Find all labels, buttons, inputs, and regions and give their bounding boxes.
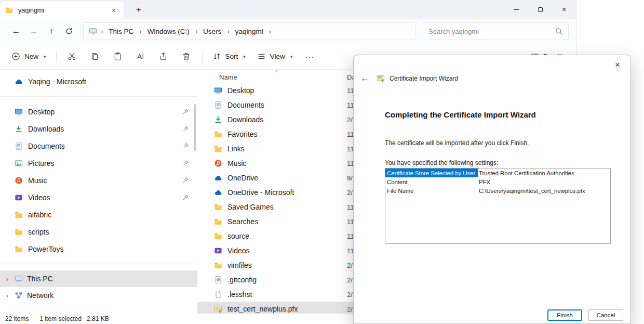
new-button[interactable]: New ▾ [6, 48, 51, 64]
new-button-label: New [24, 53, 38, 60]
close-button[interactable]: × [552, 0, 576, 19]
ellipsis-icon: ··· [305, 52, 314, 61]
tab-close-icon[interactable]: × [109, 6, 118, 15]
wizard-description: The certificate will be imported after y… [385, 139, 529, 147]
pin-icon [182, 125, 189, 132]
back-button[interactable]: ← [7, 22, 25, 40]
folder-icon [214, 130, 222, 138]
dialog-close-button[interactable]: × [611, 59, 624, 71]
column-header-name[interactable]: Name [197, 73, 347, 81]
view-button[interactable]: View ▾ [252, 48, 298, 64]
folder-icon [214, 145, 222, 153]
sidebar-item-label: PowerToys [28, 245, 63, 253]
cancel-button[interactable]: Cancel [588, 309, 623, 321]
chevron-right-icon[interactable]: › [4, 292, 10, 300]
folder-icon [214, 232, 222, 240]
delete-button[interactable] [176, 48, 197, 66]
sidebar-scrollbar[interactable] [194, 104, 196, 151]
sidebar-item-music[interactable]: Music [0, 172, 197, 189]
settings-value: PFX [478, 179, 490, 185]
view-icon [257, 52, 266, 61]
file-date-modified: 2/ [347, 262, 353, 269]
minimize-button[interactable] [504, 0, 528, 19]
refresh-button[interactable] [60, 22, 78, 40]
paste-button[interactable] [107, 48, 129, 66]
folder-icon [15, 228, 23, 236]
videos-icon [15, 193, 23, 202]
pictures-icon [15, 159, 23, 167]
sidebar-item-aifabric[interactable]: aifabric [0, 206, 197, 223]
sidebar-item-powertoys[interactable]: PowerToys [0, 240, 197, 257]
chevron-down-icon: ▾ [243, 54, 246, 59]
folder-icon [5, 6, 13, 14]
sort-ascending-icon: ^ [275, 70, 277, 75]
cut-button[interactable] [61, 48, 83, 66]
tab-yaqingmi[interactable]: yaqingmi × [0, 2, 124, 19]
videos-icon [214, 247, 222, 255]
settings-value: C:\Users\yaqingmi\test_cert_newplus.pfx [478, 188, 585, 194]
network-icon [15, 291, 23, 300]
sidebar-item-scripts[interactable]: scripts [0, 223, 197, 240]
sort-icon [212, 52, 221, 61]
sidebar-item-onedrive-yaqing-microsoft[interactable]: Yaqing - Microsoft [0, 73, 197, 90]
sort-button-label: Sort [225, 53, 238, 60]
settings-row[interactable]: ContentPFX [385, 177, 610, 186]
search-box[interactable] [423, 22, 569, 40]
this-pc-icon [15, 275, 23, 283]
more-options-button[interactable]: ··· [299, 48, 320, 66]
scissors-icon [68, 52, 76, 61]
up-button[interactable]: ↑ [43, 22, 60, 40]
onedrive-icon [214, 174, 222, 182]
chevron-right-icon[interactable]: › [4, 275, 10, 283]
file-name: Videos [227, 247, 347, 255]
file-date-modified: 2/ [347, 116, 353, 124]
file-name: Favorites [227, 130, 347, 138]
item-count: 22 items [5, 315, 29, 322]
sidebar-item-downloads[interactable]: Downloads [0, 120, 197, 137]
sidebar-item-network[interactable]: ›Network [0, 287, 197, 304]
sidebar-item-documents[interactable]: Documents [0, 137, 197, 154]
wizard-settings-label: You have specified the following setting… [385, 159, 498, 166]
plus-icon [11, 52, 20, 61]
breadcrumb-item-users[interactable]: Users [201, 26, 223, 37]
file-date-modified: 2/ [347, 276, 353, 284]
breadcrumb-item-this-pc[interactable]: This PC [106, 26, 136, 37]
file-date-modified: 2/ [347, 291, 353, 299]
pin-icon [182, 160, 189, 166]
sidebar-item-desktop[interactable]: Desktop [0, 103, 197, 120]
sidebar-item-label: This PC [27, 275, 53, 283]
rename-button[interactable] [130, 48, 152, 66]
finish-button[interactable]: Finish [547, 309, 582, 321]
maximize-button[interactable] [528, 0, 552, 19]
settings-list[interactable]: Certificate Store Selected by UserTruste… [385, 168, 611, 244]
breadcrumb-item-windows-c[interactable]: Windows (C:) [145, 26, 192, 37]
address-bar[interactable]: ›This PC›Windows (C:)›Users›yaqingmi› [83, 22, 415, 40]
navigation-bar: ← → ↑ ›This PC›Windows (C:)›Users›yaqing… [0, 19, 576, 44]
sidebar-item-videos[interactable]: Videos [0, 189, 197, 206]
file-date-modified: 2/ [347, 305, 353, 313]
new-tab-button[interactable]: + [132, 3, 145, 17]
file-name: Downloads [227, 115, 347, 124]
pin-icon [182, 194, 189, 201]
breadcrumb-item-yaqingmi[interactable]: yaqingmi [233, 26, 265, 37]
sidebar-item-pictures[interactable]: Pictures [0, 154, 197, 172]
status-divider [34, 316, 34, 322]
desktop-icon [15, 108, 23, 116]
tab-title: yaqingmi [18, 7, 104, 14]
folder-icon [214, 203, 222, 211]
sidebar-separator [0, 264, 197, 264]
copy-button[interactable] [84, 48, 106, 66]
sidebar-item-label: aifabric [28, 211, 51, 219]
sidebar-item-this-pc[interactable]: ›This PC [0, 270, 197, 287]
sidebar-item-label: Pictures [28, 159, 55, 167]
dialog-back-icon[interactable]: ← [360, 73, 369, 84]
share-button[interactable] [153, 48, 175, 66]
search-input[interactable] [428, 28, 555, 35]
settings-row[interactable]: File NameC:\Users\yaqingmi\test_cert_new… [385, 186, 610, 195]
settings-row[interactable]: Certificate Store Selected by UserTruste… [385, 169, 610, 177]
breadcrumb-chevron-icon: › [265, 28, 275, 35]
quick-access-list: DesktopDownloadsDocumentsPicturesMusicVi… [0, 103, 197, 257]
forward-button[interactable]: → [25, 22, 43, 40]
sort-button[interactable]: Sort ▾ [207, 48, 251, 64]
toolbar-divider [56, 51, 57, 62]
